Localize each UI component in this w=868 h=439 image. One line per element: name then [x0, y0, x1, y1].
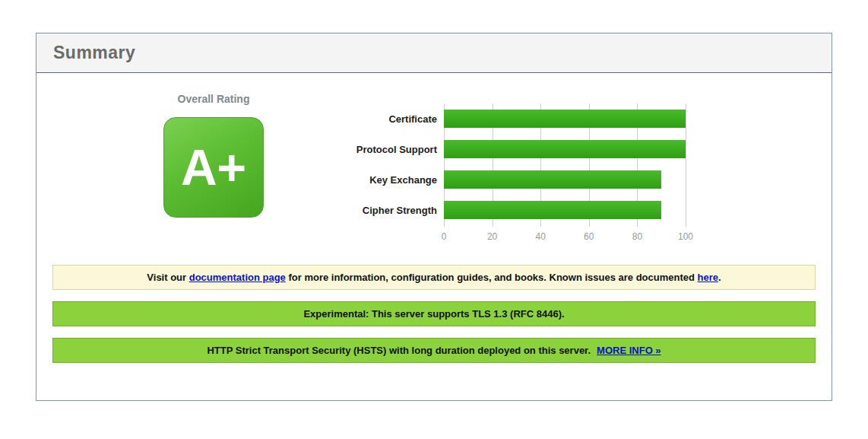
chart-category-label: Protocol Support	[322, 134, 444, 164]
tls13-banner: Experimental: This server supports TLS 1…	[52, 301, 816, 326]
chart-category-label: Certificate	[322, 103, 444, 134]
grade-badge: A+	[163, 117, 264, 218]
doc-banner-text-mid: for more information, configuration guid…	[286, 272, 698, 283]
summary-panel: Summary Overall Rating A+ CertificatePro…	[36, 33, 832, 401]
rating-chart: CertificateProtocol SupportKey ExchangeC…	[322, 103, 686, 242]
summary-content: Overall Rating A+ CertificateProtocol Su…	[36, 73, 832, 265]
chart-bar-row	[444, 164, 686, 195]
chart-plot-area: 020406080100	[444, 103, 686, 242]
rating-chart-body: CertificateProtocol SupportKey ExchangeC…	[322, 103, 686, 242]
chart-plot	[444, 103, 686, 227]
hsts-banner-text: HTTP Strict Transport Security (HSTS) wi…	[207, 345, 591, 356]
chart-category-labels: CertificateProtocol SupportKey ExchangeC…	[322, 103, 444, 242]
x-tick-label: 60	[584, 231, 594, 242]
doc-banner-text-before: Visit our	[147, 272, 188, 283]
documentation-page-link[interactable]: documentation page	[189, 272, 286, 283]
chart-x-axis: 020406080100	[444, 227, 686, 242]
chart-category-label: Cipher Strength	[322, 195, 444, 225]
chart-bar-row	[444, 195, 686, 225]
rating-bar	[444, 140, 686, 158]
chart-category-label: Key Exchange	[322, 164, 444, 195]
overall-rating-section: Overall Rating A+	[112, 93, 315, 242]
x-tick-label: 40	[536, 231, 546, 242]
chart-bar-row	[444, 134, 686, 164]
hsts-more-info-link[interactable]: MORE INFO »	[597, 345, 661, 356]
documentation-banner: Visit our documentation page for more in…	[52, 265, 816, 290]
x-tick-label: 0	[442, 231, 447, 242]
rating-bar	[444, 201, 661, 219]
x-tick-label: 20	[487, 231, 497, 242]
chart-bar-row	[444, 103, 686, 134]
x-tick-label: 100	[678, 231, 693, 242]
rating-bar	[444, 170, 661, 189]
hsts-banner: HTTP Strict Transport Security (HSTS) wi…	[52, 338, 816, 363]
known-issues-link[interactable]: here	[698, 272, 718, 283]
chart-gridline	[686, 103, 686, 227]
x-tick-label: 80	[632, 231, 642, 242]
panel-header: Summary	[36, 33, 832, 73]
overall-rating-label: Overall Rating	[112, 93, 315, 105]
tls13-banner-text: Experimental: This server supports TLS 1…	[303, 308, 564, 320]
rating-bar	[444, 110, 686, 128]
page-title: Summary	[53, 43, 815, 63]
doc-banner-text-after: .	[718, 272, 721, 283]
